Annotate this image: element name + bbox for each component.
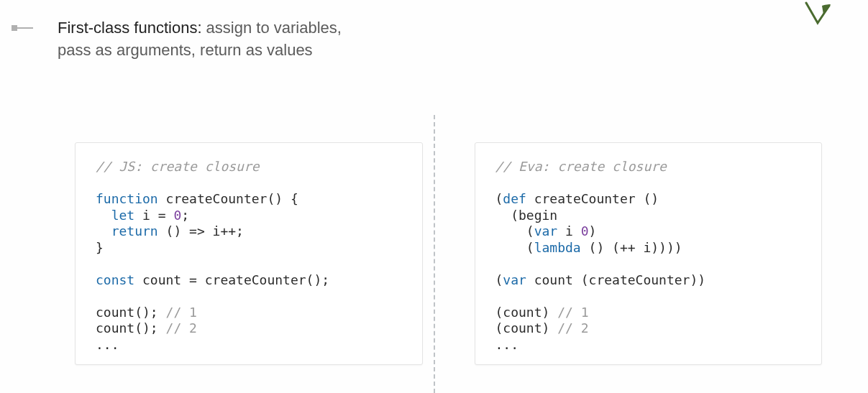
code-keyword: function [96,191,158,206]
heading-strong: First-class functions: [58,19,202,37]
code-text: createCounter () [526,191,659,206]
code-text: i = [134,208,173,223]
code-text: () (++ i)))) [581,240,682,255]
code-comment: // 2 [549,320,588,336]
code-comment: // 1 [158,305,197,320]
code-text: count = createCounter(); [134,272,329,287]
code-text: ) [589,223,597,239]
code-text: ; [181,208,189,223]
code-keyword: def [503,191,526,206]
logo-icon [802,1,833,30]
code-text: (begin [495,208,558,223]
code-text: (count) [495,320,550,336]
code-text: () => i++; [158,223,244,239]
code-keyword: lambda [534,240,581,255]
code-text: ( [495,240,534,255]
heading-rest1: assign to variables, [202,19,342,37]
code-text: createCounter() { [158,191,298,206]
code-text: i [557,223,581,239]
code-keyword: var [534,223,558,239]
code-number: 0 [173,208,181,223]
bullet-marker [14,27,33,29]
code-comment: // 1 [549,305,588,320]
code-number: 0 [581,223,589,239]
code-text: count(); [96,305,158,320]
code-block-js: // JS: create closure function createCou… [96,159,402,353]
code-text: ( [495,272,503,287]
code-block-eva: // Eva: create closure (def createCounte… [495,159,802,353]
code-comment: // 2 [158,320,197,336]
code-keyword: var [503,272,526,287]
code-text: } [96,240,104,255]
code-keyword: const [96,272,134,287]
slide-heading: First-class functions: assign to variabl… [58,17,342,62]
code-text: ... [495,337,519,352]
code-text: ... [96,337,119,352]
code-text: ( [495,223,534,239]
code-panel-eva: // Eva: create closure (def createCounte… [475,142,823,365]
code-keyword: return [111,223,158,239]
code-keyword: let [111,208,135,223]
heading-line2: pass as arguments, return as values [58,40,342,62]
code-text: count (createCounter)) [526,272,705,287]
code-text: count(); [96,320,158,336]
code-comment: // JS: create closure [96,159,260,174]
code-text: (count) [495,305,550,320]
code-text: ( [495,191,503,206]
code-comment: // Eva: create closure [495,159,667,174]
code-panel-js: // JS: create closure function createCou… [75,142,423,365]
